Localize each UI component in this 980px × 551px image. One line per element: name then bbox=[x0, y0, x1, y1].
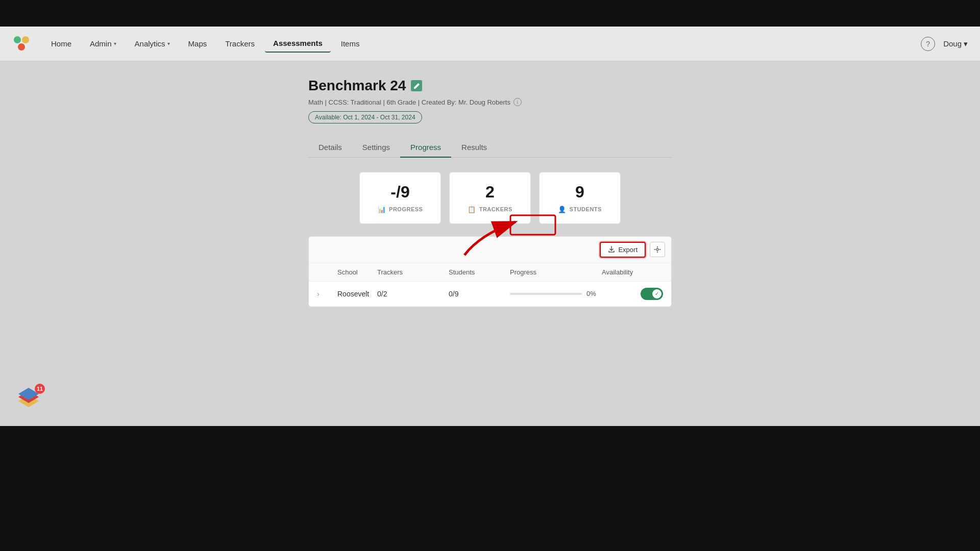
analytics-chevron-icon: ▾ bbox=[167, 41, 170, 46]
assessment-title: Benchmark 24 bbox=[308, 78, 406, 94]
svg-marker-4 bbox=[414, 83, 420, 88]
tab-results[interactable]: Results bbox=[451, 138, 497, 158]
stat-trackers-value: 2 bbox=[466, 183, 514, 202]
svg-point-2 bbox=[18, 43, 25, 51]
assessment-meta: Math | CCSS: Traditional | 6th Grade | C… bbox=[308, 98, 672, 106]
students-value: 0/9 bbox=[449, 290, 510, 298]
svg-point-5 bbox=[656, 248, 658, 251]
tracker-icon: 📋 bbox=[468, 206, 476, 213]
col-school: School bbox=[337, 268, 377, 276]
stat-progress-value: -/9 bbox=[376, 183, 424, 202]
stat-card-students: 9 👤 STUDENTS bbox=[539, 172, 621, 224]
stat-progress-label: 📊 PROGRESS bbox=[376, 206, 424, 213]
stat-students-label: 👤 STUDENTS bbox=[556, 206, 604, 213]
col-trackers: Trackers bbox=[377, 268, 449, 276]
tab-details[interactable]: Details bbox=[308, 138, 352, 158]
nav-items[interactable]: Items bbox=[333, 35, 368, 52]
main-content: Benchmark 24 Math | CCSS: Traditional | … bbox=[0, 61, 980, 426]
info-icon[interactable]: i bbox=[513, 98, 522, 106]
nav-home[interactable]: Home bbox=[43, 35, 80, 52]
app-logo[interactable] bbox=[12, 35, 31, 53]
progress-pct: 0% bbox=[586, 290, 602, 297]
black-bar-bottom bbox=[0, 426, 980, 551]
widget-badge: 11 bbox=[35, 384, 45, 394]
nav-analytics[interactable]: Analytics ▾ bbox=[127, 35, 178, 52]
nav-maps[interactable]: Maps bbox=[180, 35, 215, 52]
black-bar-top bbox=[0, 0, 980, 27]
assessment-tabs: Details Settings Progress Results bbox=[308, 138, 672, 158]
progress-table: Export School Trackers Students Progress… bbox=[308, 236, 672, 307]
assessment-title-row: Benchmark 24 bbox=[308, 78, 672, 94]
svg-point-0 bbox=[14, 36, 21, 43]
toggle-container: ✓ bbox=[602, 288, 663, 300]
content-wrapper: Benchmark 24 Math | CCSS: Traditional | … bbox=[296, 78, 684, 307]
students-icon: 👤 bbox=[558, 206, 567, 213]
user-chevron-icon: ▾ bbox=[964, 39, 968, 48]
tab-progress[interactable]: Progress bbox=[400, 138, 451, 158]
navbar: Home Admin ▾ Analytics ▾ Maps Trackers A… bbox=[0, 27, 980, 61]
nav-admin[interactable]: Admin ▾ bbox=[82, 35, 125, 52]
col-progress: Progress bbox=[510, 268, 602, 276]
floating-widget[interactable]: 11 bbox=[14, 386, 47, 418]
table-toolbar: Export bbox=[309, 237, 671, 263]
stats-row: -/9 📊 PROGRESS 2 📋 TRACKERS 9 👤 STUDENTS bbox=[308, 172, 672, 224]
help-button[interactable]: ? bbox=[921, 37, 935, 51]
tab-settings[interactable]: Settings bbox=[352, 138, 400, 158]
edit-icon[interactable] bbox=[411, 80, 422, 91]
progress-bar bbox=[510, 293, 582, 295]
toggle-knob: ✓ bbox=[652, 289, 662, 298]
stat-card-trackers: 2 📋 TRACKERS bbox=[449, 172, 531, 224]
chart-icon: 📊 bbox=[378, 206, 386, 213]
table-row: › Roosevelt 0/2 0/9 0% ✓ bbox=[309, 282, 671, 307]
availability-badge: Available: Oct 1, 2024 - Oct 31, 2024 bbox=[308, 111, 422, 123]
nav-right: ? Doug ▾ bbox=[921, 37, 968, 51]
availability-toggle[interactable]: ✓ bbox=[641, 288, 663, 300]
table-settings-icon[interactable] bbox=[650, 242, 665, 257]
user-menu[interactable]: Doug ▾ bbox=[943, 39, 968, 48]
nav-trackers[interactable]: Trackers bbox=[217, 35, 263, 52]
col-expand bbox=[317, 268, 337, 276]
nav-assessments[interactable]: Assessments bbox=[265, 35, 331, 53]
row-expand-icon[interactable]: › bbox=[317, 290, 337, 298]
progress-bar-container: 0% bbox=[510, 290, 602, 297]
toggle-check-icon: ✓ bbox=[655, 291, 659, 296]
nav-links: Home Admin ▾ Analytics ▾ Maps Trackers A… bbox=[43, 35, 921, 53]
widget-icon: 11 bbox=[14, 386, 43, 414]
col-students: Students bbox=[449, 268, 510, 276]
trackers-value: 0/2 bbox=[377, 290, 449, 298]
school-name: Roosevelt bbox=[337, 290, 377, 298]
stat-students-value: 9 bbox=[556, 183, 604, 202]
stat-trackers-label: 📋 TRACKERS bbox=[466, 206, 514, 213]
table-header: School Trackers Students Progress Availa… bbox=[309, 263, 671, 282]
svg-point-1 bbox=[22, 36, 29, 43]
export-button[interactable]: Export bbox=[600, 242, 646, 258]
col-availability: Availability bbox=[602, 268, 663, 276]
stat-card-progress: -/9 📊 PROGRESS bbox=[359, 172, 441, 224]
export-icon bbox=[608, 246, 615, 253]
admin-chevron-icon: ▾ bbox=[114, 41, 116, 46]
